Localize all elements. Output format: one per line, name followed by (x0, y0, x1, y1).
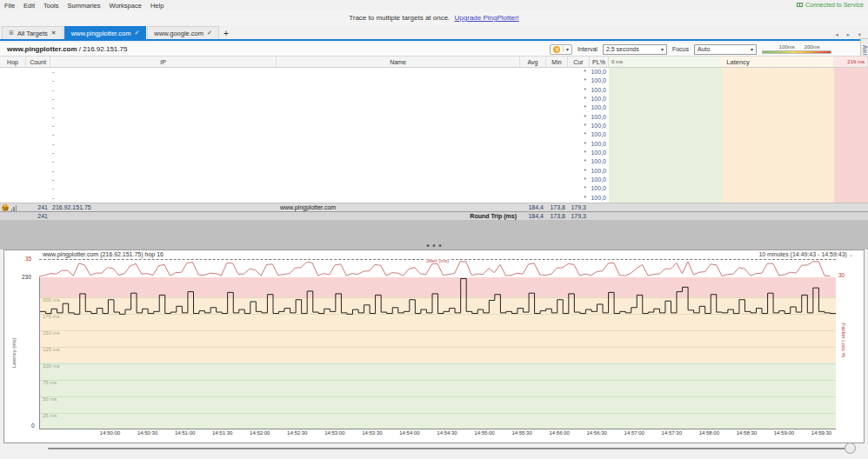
row-ip-cell: - (50, 140, 277, 149)
upgrade-link[interactable]: Upgrade PingPlotter! (455, 14, 519, 22)
row-cur-cell: * (568, 130, 590, 139)
summary-min: 173,8 (546, 212, 568, 220)
row-cur-cell: * (568, 184, 590, 193)
packet-loss-axis-max: 30 (838, 272, 845, 278)
row-latency-cell (609, 176, 868, 184)
col-header-count[interactable]: Count (26, 57, 50, 67)
tab-www.pingplotter.com[interactable]: www.pingplotter.com✓ (64, 26, 147, 39)
hop-avg: 184,4 (520, 203, 546, 211)
row-latency-cell (609, 184, 868, 193)
interval-select[interactable]: 2,5 seconds ▾ (603, 44, 667, 55)
col-header-pl[interactable]: PL% (590, 57, 609, 67)
hop-cur: 179,3 (568, 203, 590, 211)
row-cur-cell: * (568, 95, 590, 103)
trace-table-row[interactable]: -*100,0 (0, 122, 868, 130)
hop-number-badge: 16 (2, 204, 9, 211)
time-tick-label: 14:53:30 (362, 430, 382, 436)
trace-table-row[interactable]: -*100,0 (0, 113, 868, 122)
trace-table-row[interactable]: -*100,0 (0, 176, 868, 184)
graph-bars-icon[interactable] (11, 205, 17, 211)
trace-table-row[interactable]: -*100,0 (0, 167, 868, 176)
time-tick-label: 14:57:30 (662, 430, 682, 436)
focus-select[interactable]: Auto ▾ (694, 44, 757, 55)
row-cur-cell: * (568, 68, 590, 76)
tab-www.google.com[interactable]: www.google.com✓ (147, 26, 219, 39)
trace-table-row[interactable]: -*100,0 (0, 194, 868, 203)
tab-label: www.google.com (154, 30, 204, 37)
col-header-cur[interactable]: Cur (568, 57, 590, 67)
y-axis-max: 230 (22, 274, 31, 280)
splitter-handle[interactable] (418, 243, 451, 249)
trace-table-row[interactable]: -*100,0 (0, 68, 868, 76)
row-cur-cell: * (568, 157, 590, 166)
hop-min: 173,8 (546, 203, 568, 211)
col-header-ip[interactable]: IP (50, 57, 277, 67)
col-header-name[interactable]: Name (277, 57, 520, 67)
round-trip-label: Round Trip (ms) (277, 212, 520, 220)
trace-table-row[interactable]: -*100,0 (0, 86, 868, 95)
hop-ip: 216.92.151.75 (50, 203, 277, 211)
jitter-strip: Jitter (ms) (39, 259, 836, 277)
focus-value: Auto (698, 46, 710, 52)
menu-item-workspace[interactable]: Workspace (109, 2, 141, 10)
time-tick-label: 14:59:30 (811, 430, 831, 436)
menu-item-summaries[interactable]: Summaries (68, 2, 101, 10)
y-axis-label: Latency (ms) (11, 338, 17, 369)
trace-table-row[interactable]: -*100,0 (0, 95, 868, 103)
row-pl-cell: 100,0 (590, 176, 609, 184)
close-icon[interactable]: ✕ (51, 30, 57, 37)
pause-dropdown-icon[interactable]: ▾ (563, 46, 571, 52)
row-ip-cell: - (50, 103, 277, 112)
time-tick-label: 14:55:00 (474, 430, 494, 436)
trace-table-row[interactable]: -*100,0 (0, 157, 868, 166)
pause-button[interactable]: ▾ (550, 44, 572, 55)
timeline-scrollbar-track[interactable] (48, 448, 852, 449)
time-tick-label: 14:58:00 (699, 430, 719, 436)
col-header-avg[interactable]: Avg (520, 57, 546, 67)
service-status[interactable]: Connected to Service (797, 2, 864, 8)
row-pl-cell: 100,0 (590, 140, 609, 149)
row-cur-cell: * (568, 167, 590, 176)
menu-item-tools[interactable]: Tools (43, 2, 59, 10)
row-pl-cell: 100,0 (590, 95, 609, 103)
latency-scale-max: 216 ms (847, 57, 865, 67)
row-cur-cell: * (568, 103, 590, 112)
row-ip-cell: - (50, 167, 277, 176)
trace-table-row[interactable]: -*100,0 (0, 76, 868, 85)
trace-table-row[interactable]: -*100,0 (0, 130, 868, 139)
row-pl-cell: 100,0 (590, 130, 609, 139)
hop-row-16[interactable]: 16 241 216.92.151.75 www.pingplotter.com… (0, 203, 868, 211)
tab-all-targets[interactable]: ≣ All Targets ✕ (2, 26, 63, 39)
row-pl-cell: 100,0 (590, 184, 609, 193)
time-tick-label: 14:50:30 (137, 430, 157, 436)
legend-low-label: 100ms (779, 44, 795, 50)
service-status-label: Connected to Service (805, 2, 864, 8)
col-header-hop[interactable]: Hop (0, 57, 26, 67)
time-tick-label: 14:59:00 (774, 430, 794, 436)
menu-item-help[interactable]: Help (150, 2, 164, 10)
summary-cur: 179,3 (568, 212, 590, 220)
tab-scroll-arrows[interactable]: ◂ ▸ ▾ (836, 31, 865, 38)
latency-color-legend: 100ms 200ms (762, 44, 831, 54)
trace-table-row[interactable]: -*100,0 (0, 103, 868, 112)
service-status-icon (797, 3, 803, 7)
trace-table-row[interactable]: -*100,0 (0, 140, 868, 149)
tab-label: All Targets (17, 30, 48, 37)
col-header-min[interactable]: Min (546, 57, 568, 67)
target-host: www.pingplotter.com (7, 45, 77, 53)
latency-line-chart (40, 277, 836, 429)
trace-table-row[interactable]: -*100,0 (0, 149, 868, 157)
trace-table-row[interactable]: -*100,0 (0, 184, 868, 193)
timeline-range-selector[interactable]: 10 minutes (14:49:43 - 14:59:43)⌄ (758, 251, 853, 257)
time-tick-label: 14:52:30 (287, 430, 307, 436)
row-latency-cell (609, 122, 868, 130)
menu-item-edit[interactable]: Edit (23, 2, 35, 10)
new-tab-button[interactable]: + (220, 29, 232, 39)
row-cur-cell: * (568, 149, 590, 157)
row-ip-cell: - (50, 149, 277, 157)
hop-name: www.pingplotter.com (277, 203, 520, 211)
menu-item-file[interactable]: File (4, 2, 15, 10)
time-tick-label: 14:54:00 (399, 430, 419, 436)
timeline-scrollbar-thumb[interactable] (845, 442, 856, 454)
latency-header-label: Latency (609, 57, 867, 67)
